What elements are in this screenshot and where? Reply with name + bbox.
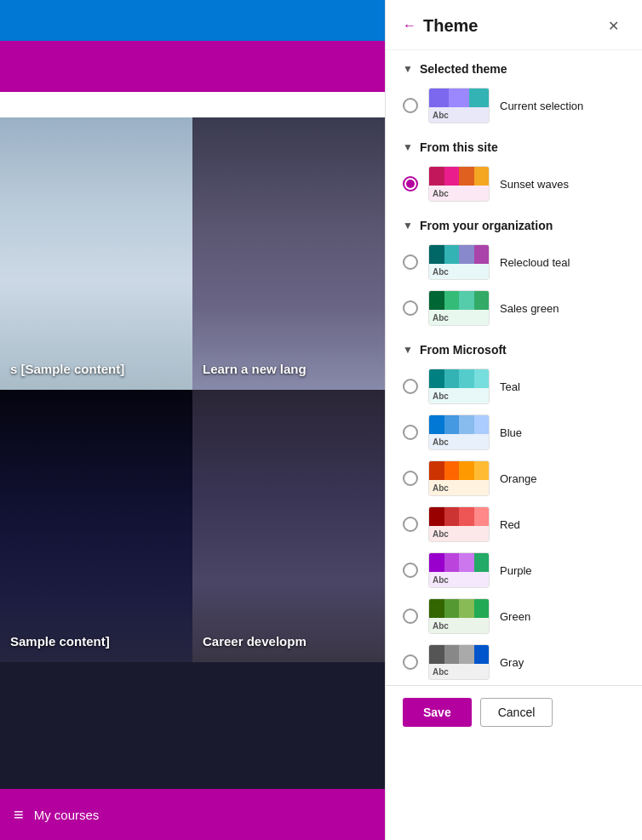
swatch-red: Abc — [428, 506, 490, 542]
theme-option-purple[interactable]: Abc Purple — [386, 547, 642, 593]
theme-name-green: Green — [500, 610, 530, 623]
panel-header-left: ← Theme — [403, 16, 478, 36]
left-content: s [Sample content] Learn a new lang Samp… — [0, 0, 385, 840]
swatch-sales-green: Abc — [428, 290, 490, 326]
theme-option-green[interactable]: Abc Green — [386, 593, 642, 639]
theme-option-sales-green[interactable]: Abc Sales green — [386, 285, 642, 331]
theme-option-current[interactable]: Abc Current selection — [386, 83, 642, 129]
brand-bar — [0, 41, 385, 92]
swatch-purple: Abc — [428, 552, 490, 588]
radio-purple[interactable] — [403, 563, 418, 578]
radio-current[interactable] — [403, 98, 418, 113]
radio-gray[interactable] — [403, 654, 418, 670]
theme-option-gray[interactable]: Abc Gray — [386, 639, 642, 685]
card-3-label: Sample content] — [10, 634, 110, 649]
theme-name-current: Current selection — [500, 100, 583, 112]
swatch-relecloud-teal: Abc — [428, 244, 490, 280]
card-2-label: Learn a new lang — [203, 362, 307, 376]
theme-name-purple: Purple — [500, 564, 532, 577]
swatch-teal: Abc — [428, 369, 490, 404]
section-selected[interactable]: ▼ Selected theme — [386, 50, 642, 83]
my-courses-label: My courses — [34, 808, 100, 822]
card-4[interactable]: Career developm — [192, 390, 385, 662]
card-1[interactable]: s [Sample content] — [0, 117, 192, 390]
radio-relecloud-teal[interactable] — [403, 254, 418, 270]
section-from-microsoft-title: From Microsoft — [420, 343, 507, 357]
theme-option-relecloud-teal[interactable]: Abc Relecloud teal — [386, 239, 642, 285]
card-grid: s [Sample content] Learn a new lang Samp… — [0, 117, 385, 662]
theme-option-blue[interactable]: Abc Blue — [386, 409, 642, 455]
panel-header: ← Theme ✕ — [386, 0, 642, 50]
theme-option-orange[interactable]: Abc Orange — [386, 455, 642, 501]
section-from-org[interactable]: ▼ From your organization — [386, 207, 642, 239]
cancel-button[interactable]: Cancel — [480, 698, 553, 727]
theme-name-orange: Orange — [500, 472, 536, 485]
chevron-from-org-icon: ▼ — [403, 220, 413, 231]
white-bar — [0, 92, 385, 117]
card-4-label: Career developm — [203, 634, 307, 649]
back-icon[interactable]: ← — [403, 18, 416, 33]
swatch-green: Abc — [428, 598, 490, 634]
section-from-org-title: From your organization — [420, 219, 553, 232]
radio-teal[interactable] — [403, 379, 418, 394]
swatch-current: Abc — [428, 88, 490, 123]
theme-name-red: Red — [500, 518, 520, 531]
panel-footer: Save Cancel — [386, 685, 642, 739]
section-selected-title: Selected theme — [420, 62, 507, 76]
radio-sunset-waves[interactable] — [403, 176, 418, 191]
chevron-selected-icon: ▼ — [403, 63, 413, 75]
close-button[interactable]: ✕ — [601, 14, 625, 37]
top-bar — [0, 0, 385, 41]
swatch-gray: Abc — [428, 644, 490, 680]
card-3[interactable]: Sample content] — [0, 390, 192, 662]
chevron-from-site-icon: ▼ — [403, 141, 413, 153]
bottom-nav[interactable]: ≡ My courses — [0, 789, 385, 840]
swatch-sunset-waves: Abc — [428, 166, 490, 202]
theme-name-blue: Blue — [500, 426, 522, 439]
card-1-label: s [Sample content] — [10, 362, 124, 376]
theme-panel: ← Theme ✕ ▼ Selected theme Abc Current s… — [385, 0, 642, 840]
theme-name-sales-green: Sales green — [500, 302, 559, 315]
panel-title: Theme — [423, 16, 478, 36]
theme-option-red[interactable]: Abc Red — [386, 501, 642, 547]
save-button[interactable]: Save — [403, 698, 472, 727]
swatch-orange: Abc — [428, 460, 490, 496]
radio-red[interactable] — [403, 517, 418, 532]
theme-name-sunset-waves: Sunset waves — [500, 178, 569, 191]
section-from-site-title: From this site — [420, 140, 498, 154]
radio-blue[interactable] — [403, 425, 418, 440]
theme-option-sunset-waves[interactable]: Abc Sunset waves — [386, 161, 642, 207]
swatch-blue: Abc — [428, 414, 490, 450]
radio-orange[interactable] — [403, 471, 418, 486]
theme-option-teal[interactable]: Abc Teal — [386, 363, 642, 409]
chevron-from-microsoft-icon: ▼ — [403, 344, 413, 356]
my-courses-icon: ≡ — [14, 805, 24, 825]
section-from-microsoft[interactable]: ▼ From Microsoft — [386, 331, 642, 363]
theme-name-gray: Gray — [500, 656, 524, 669]
theme-name-teal: Teal — [500, 380, 520, 393]
section-from-site[interactable]: ▼ From this site — [386, 129, 642, 161]
card-2[interactable]: Learn a new lang — [192, 117, 385, 390]
theme-name-relecloud-teal: Relecloud teal — [500, 256, 570, 269]
radio-sales-green[interactable] — [403, 300, 418, 316]
radio-green[interactable] — [403, 609, 418, 624]
